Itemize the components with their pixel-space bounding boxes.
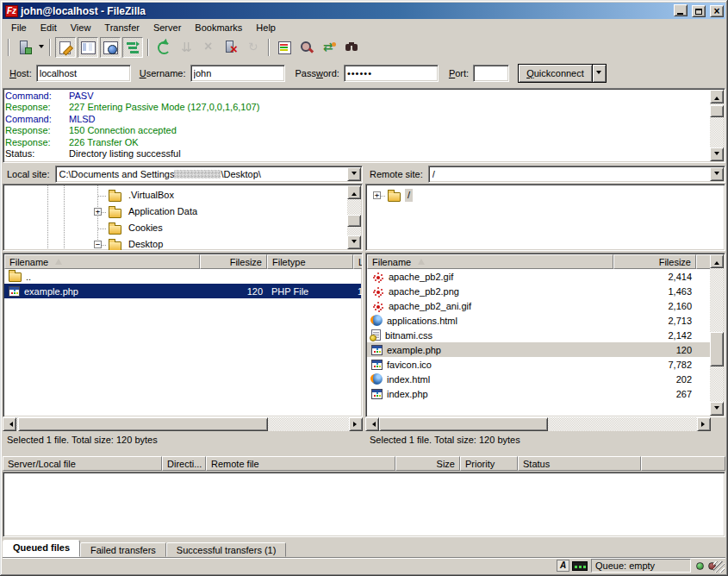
column-header-status[interactable]: Status [518, 456, 641, 471]
menu-item-help[interactable]: Help [249, 21, 283, 34]
column-header-directi[interactable]: Directi... [162, 456, 206, 471]
local-file-list[interactable]: FilenameFilesizeFiletypeL ..example.php1… [3, 253, 363, 417]
column-header-filesize[interactable]: Filesize [200, 254, 267, 269]
file-row[interactable]: example.php120PHP File1 [4, 284, 361, 298]
column-header-filename[interactable]: Filename [367, 254, 613, 269]
close-button[interactable]: × [710, 5, 724, 17]
toggle-remote-tree-button[interactable] [100, 37, 121, 58]
column-header-remote-file[interactable]: Remote file [206, 456, 395, 471]
scrollbar-up-button[interactable] [710, 254, 724, 268]
remote-site-dropdown-button[interactable] [710, 167, 724, 181]
menu-item-edit[interactable]: Edit [34, 21, 64, 34]
scrollbar-right-button[interactable] [349, 417, 363, 431]
local-directory-tree[interactable]: .VirtualBox+Application DataCookies−Desk… [3, 184, 363, 251]
scrollbar-up-button[interactable] [347, 185, 361, 199]
scrollbar-track[interactable] [710, 103, 724, 147]
refresh-button[interactable] [153, 37, 174, 58]
toggle-queue-button[interactable] [122, 37, 143, 58]
column-header-size[interactable]: Size [395, 456, 460, 471]
column-header-filetype[interactable]: Filetype [267, 254, 353, 269]
tree-item-cookies[interactable]: Cookies [4, 221, 361, 237]
file-row[interactable]: index.html202 [367, 372, 710, 386]
scrollbar-right-button[interactable] [697, 417, 711, 431]
file-row[interactable]: .. [4, 269, 361, 284]
process-queue-button[interactable] [176, 37, 196, 58]
scrollbar-track[interactable] [347, 199, 361, 235]
toggle-local-tree-button[interactable] [78, 37, 98, 58]
site-manager-dropdown-button[interactable] [36, 38, 46, 57]
tab-successful-transfers-1[interactable]: Successful transfers (1) [166, 542, 287, 557]
scrollbar-left-button[interactable] [365, 417, 379, 431]
quickconnect-dropdown-button[interactable] [593, 64, 607, 83]
scrollbar-thumb[interactable] [379, 417, 548, 431]
local-tree-scrollbar[interactable] [347, 185, 361, 249]
expand-icon[interactable]: + [94, 208, 102, 216]
find-button[interactable] [341, 37, 362, 58]
filter-button[interactable] [274, 37, 295, 58]
compare-button[interactable] [296, 37, 317, 58]
tree-item-application-data[interactable]: +Application Data [4, 204, 361, 221]
password-input[interactable] [344, 65, 439, 82]
scrollbar-left-button[interactable] [3, 417, 16, 431]
column-header-priority[interactable]: Priority [460, 456, 518, 471]
local-list-hscrollbar[interactable] [3, 417, 363, 431]
tab-queued-files[interactable]: Queued files [3, 540, 80, 557]
toggle-log-button[interactable] [55, 37, 76, 58]
menu-item-view[interactable]: View [64, 21, 98, 34]
menu-item-server[interactable]: Server [146, 21, 188, 34]
port-input[interactable] [473, 65, 509, 82]
scrollbar-thumb[interactable] [18, 417, 268, 431]
file-row[interactable]: bitnami.css2,142 [367, 328, 710, 342]
scrollbar-down-button[interactable] [710, 402, 724, 416]
host-input[interactable] [36, 65, 131, 82]
column-header-filename[interactable]: Filename [4, 254, 200, 269]
remote-site-combobox[interactable]: / [428, 166, 725, 183]
title-bar[interactable]: Fz john@localhost - FileZilla × [3, 3, 725, 19]
tree-item-blank[interactable]: +/ [367, 188, 724, 204]
file-row[interactable]: favicon.ico7,782 [367, 357, 710, 372]
remote-list-scrollbar[interactable] [710, 254, 724, 416]
column-header-l[interactable]: L [353, 254, 363, 269]
reconnect-button[interactable] [243, 37, 264, 58]
menu-item-bookmarks[interactable]: Bookmarks [188, 21, 249, 34]
menu-item-transfer[interactable]: Transfer [97, 21, 146, 34]
site-manager-button[interactable] [14, 37, 34, 58]
menu-item-file[interactable]: File [4, 21, 34, 34]
cancel-button[interactable] [198, 37, 219, 58]
local-site-combobox[interactable]: C:\Documents and Settings\Desktop\ [55, 166, 363, 183]
file-row[interactable]: apache_pb2.gif2,414 [367, 269, 710, 284]
username-input[interactable] [190, 65, 285, 82]
disconnect-button[interactable] [221, 37, 241, 58]
scrollbar-down-button[interactable] [347, 235, 361, 249]
scrollbar-thumb[interactable] [347, 215, 361, 227]
scrollbar-down-button[interactable] [710, 147, 724, 161]
maximize-button[interactable] [692, 5, 706, 17]
expand-icon[interactable]: + [373, 191, 381, 199]
file-row[interactable]: apache_pb2.png1,463 [367, 284, 710, 298]
log-scrollbar[interactable] [710, 90, 724, 161]
tree-item-desktop[interactable]: −Desktop [4, 237, 361, 251]
scrollbar-track[interactable] [16, 417, 349, 431]
quickconnect-button[interactable]: Quickconnect [518, 64, 593, 83]
scrollbar-track[interactable] [379, 417, 697, 431]
column-header-filesize[interactable]: Filesize [613, 254, 696, 269]
scrollbar-thumb[interactable] [710, 332, 724, 366]
remote-list-hscrollbar[interactable] [365, 417, 711, 431]
file-row[interactable]: apache_pb2_ani.gif2,160 [367, 298, 710, 313]
resize-grip[interactable] [713, 561, 725, 573]
file-row[interactable]: applications.html2,713 [367, 313, 710, 328]
data-type-indicator-icon[interactable]: A [557, 560, 569, 572]
column-header-server-local-file[interactable]: Server/Local file [3, 456, 162, 471]
speed-limit-icon[interactable] [572, 561, 588, 571]
minimize-button[interactable] [674, 4, 688, 16]
collapse-icon[interactable]: − [94, 241, 102, 248]
remote-directory-tree[interactable]: +/ [365, 184, 725, 251]
sync-browsing-button[interactable] [319, 37, 339, 58]
file-row[interactable]: index.php267 [367, 386, 710, 401]
local-site-dropdown-button[interactable] [347, 167, 361, 181]
remote-file-list[interactable]: FilenameFilesize apache_pb2.gif2,414apac… [365, 253, 725, 417]
scrollbar-up-button[interactable] [710, 90, 724, 103]
tab-failed-transfers[interactable]: Failed transfers [80, 542, 166, 557]
scrollbar-thumb[interactable] [710, 105, 724, 117]
scrollbar-track[interactable] [710, 268, 724, 402]
